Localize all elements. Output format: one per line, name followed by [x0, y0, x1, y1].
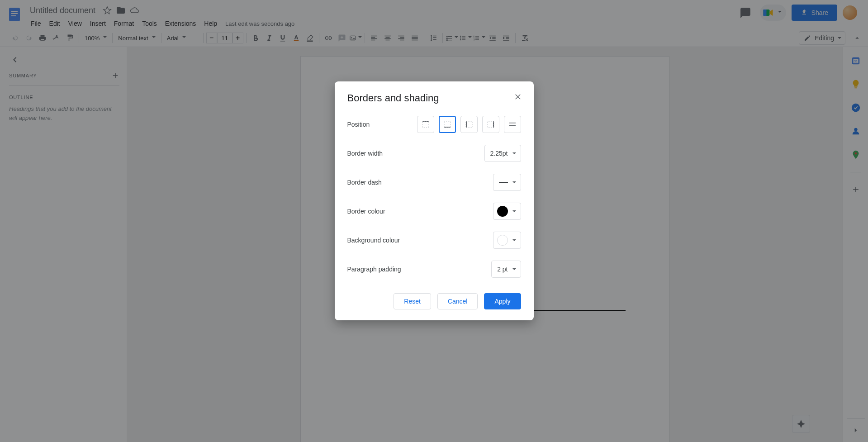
svg-rect-21	[444, 127, 451, 128]
border-dash-select[interactable]	[493, 174, 521, 191]
svg-rect-20	[422, 121, 429, 128]
position-label: Position	[347, 121, 417, 128]
svg-rect-24	[466, 121, 472, 128]
svg-rect-28	[509, 125, 516, 126]
position-between-button[interactable]	[504, 116, 521, 133]
border-colour-label: Border colour	[347, 208, 493, 215]
border-width-label: Border width	[347, 150, 484, 157]
svg-rect-22	[444, 121, 451, 128]
borders-and-shading-dialog: Borders and shading Position Border widt…	[335, 81, 534, 320]
paragraph-padding-select[interactable]: 2 pt	[491, 261, 521, 278]
svg-rect-19	[422, 121, 429, 122]
close-icon[interactable]	[512, 90, 525, 103]
border-width-select[interactable]: 2.25pt	[484, 145, 521, 162]
dialog-title: Borders and shading	[347, 92, 521, 104]
svg-rect-26	[488, 121, 494, 128]
apply-button[interactable]: Apply	[484, 293, 521, 309]
colour-swatch-white	[497, 235, 508, 246]
solid-line-icon	[499, 182, 508, 183]
background-colour-label: Background colour	[347, 237, 493, 244]
modal-scrim[interactable]: Borders and shading Position Border widt…	[0, 0, 868, 442]
reset-button[interactable]: Reset	[394, 293, 431, 309]
position-top-button[interactable]	[417, 116, 434, 133]
position-left-button[interactable]	[460, 116, 478, 133]
cancel-button[interactable]: Cancel	[437, 293, 478, 309]
colour-swatch-black	[497, 206, 508, 217]
position-right-button[interactable]	[482, 116, 499, 133]
paragraph-padding-label: Paragraph padding	[347, 266, 492, 273]
border-colour-select[interactable]	[493, 203, 521, 220]
border-dash-label: Border dash	[347, 179, 493, 186]
position-bottom-button[interactable]	[439, 116, 456, 133]
background-colour-select[interactable]	[493, 232, 521, 249]
svg-rect-27	[509, 123, 516, 124]
